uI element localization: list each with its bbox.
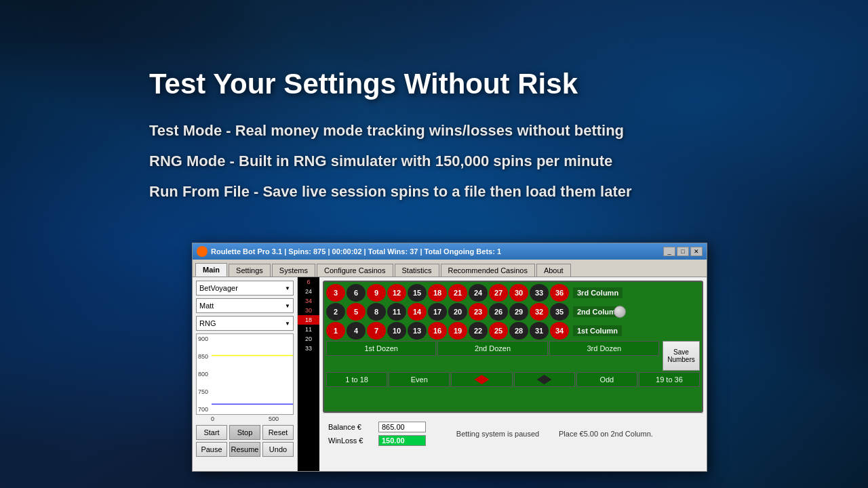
num-34[interactable]: 34: [550, 322, 569, 340]
tab-main[interactable]: Main: [195, 263, 227, 277]
num-29[interactable]: 29: [509, 303, 528, 321]
num-26[interactable]: 26: [489, 303, 508, 321]
num-3[interactable]: 3: [326, 284, 345, 302]
dozen-3[interactable]: 3rd Dozen: [549, 341, 659, 356]
num-36[interactable]: 36: [550, 284, 569, 302]
chart-x-0: 0: [211, 415, 214, 422]
num-13[interactable]: 13: [408, 322, 427, 340]
num-28[interactable]: 28: [509, 322, 528, 340]
roulette-table: 3 6 9 12 15 18 21 24 27 30 33 36 3rd Col…: [323, 281, 703, 413]
num-21[interactable]: 21: [448, 284, 467, 302]
num-31[interactable]: 31: [530, 322, 549, 340]
control-buttons-row1: Start Stop Reset: [196, 425, 294, 440]
bet-odd[interactable]: Odd: [576, 372, 637, 387]
strip-num-7: 20: [298, 334, 319, 344]
dozen-1[interactable]: 1st Dozen: [326, 341, 436, 356]
close-button[interactable]: ✕: [690, 247, 703, 256]
num-19[interactable]: 19: [448, 322, 467, 340]
num-23[interactable]: 23: [469, 303, 488, 321]
app-window: Roulette Bot Pro 3.1 | Spins: 875 | 00:0…: [192, 243, 707, 472]
save-numbers-button[interactable]: SaveNumbers: [663, 341, 700, 371]
num-2[interactable]: 2: [326, 303, 345, 321]
bet-1to18[interactable]: 1 to 18: [326, 372, 387, 387]
pause-button[interactable]: Pause: [196, 442, 227, 457]
num-11[interactable]: 11: [387, 303, 406, 321]
bet-even[interactable]: Even: [389, 372, 450, 387]
col2-label[interactable]: 2nd Colum: [573, 306, 620, 317]
balance-area: Balance € 865.00 WinLoss € 150.00: [328, 422, 437, 446]
balance-row: Balance € 865.00: [328, 422, 437, 432]
tab-recommended-casinos[interactable]: Recommended Casinos: [441, 264, 535, 277]
num-8[interactable]: 8: [367, 303, 386, 321]
num-24[interactable]: 24: [469, 284, 488, 302]
num-18[interactable]: 18: [428, 284, 447, 302]
bottom-bets-row: 1 to 18 Even Odd 19 to 36: [324, 372, 702, 387]
headline-area: Test Your Settings Without Risk Test Mod…: [149, 68, 678, 211]
num-25[interactable]: 25: [489, 322, 508, 340]
dozen-2[interactable]: 2nd Dozen: [437, 341, 547, 356]
numbers-row-2: 2 5 8 11 14 17 20 23 26 29 32 35 2nd Col…: [326, 303, 700, 321]
tab-systems[interactable]: Systems: [272, 264, 315, 277]
num-5[interactable]: 5: [347, 303, 366, 321]
tab-configure-casinos[interactable]: Configure Casinos: [317, 264, 393, 277]
bet-19to36[interactable]: 19 to 36: [639, 372, 700, 387]
chart-bottom: 0 500: [196, 415, 294, 422]
casino-dropdown[interactable]: BetVoyager ▼: [196, 281, 294, 296]
numbers-row-1: 1 4 7 10 13 16 19 22 25 28 31 34 1st Col…: [326, 322, 700, 340]
headline-item-1: Test Mode - Real money mode tracking win…: [149, 121, 678, 142]
minimize-button[interactable]: _: [663, 247, 675, 256]
chart-svg: [212, 334, 293, 414]
num-10[interactable]: 10: [387, 322, 406, 340]
casino-dropdown-value: BetVoyager: [199, 284, 238, 292]
red-diamond-icon: [474, 375, 489, 384]
num-1[interactable]: 1: [326, 322, 345, 340]
control-buttons-row2: Pause Resume Undo: [196, 442, 294, 457]
headline-item-2: RNG Mode - Built in RNG simulater with 1…: [149, 151, 678, 172]
num-9[interactable]: 9: [367, 284, 386, 302]
spin-indicator: [614, 306, 626, 318]
mode-dropdown[interactable]: RNG ▼: [196, 316, 294, 331]
tab-about[interactable]: About: [536, 264, 571, 277]
betting-status: Betting system is paused: [443, 430, 552, 438]
num-12[interactable]: 12: [387, 284, 406, 302]
mode-dropdown-value: RNG: [199, 319, 216, 327]
undo-button[interactable]: Undo: [262, 442, 294, 457]
maximize-button[interactable]: □: [677, 247, 689, 256]
bet-red[interactable]: [451, 372, 512, 387]
stop-button[interactable]: Stop: [229, 425, 260, 440]
num-16[interactable]: 16: [428, 322, 447, 340]
num-32[interactable]: 32: [530, 303, 549, 321]
num-20[interactable]: 20: [448, 303, 467, 321]
tab-statistics[interactable]: Statistics: [395, 264, 439, 277]
resume-button[interactable]: Resume: [229, 442, 260, 457]
start-button[interactable]: Start: [196, 425, 227, 440]
tab-bar: Main Settings Systems Configure Casinos …: [193, 260, 707, 277]
num-22[interactable]: 22: [469, 322, 488, 340]
num-6[interactable]: 6: [347, 284, 366, 302]
num-17[interactable]: 17: [428, 303, 447, 321]
num-35[interactable]: 35: [550, 303, 569, 321]
chart-area: 900 850 800 750 700: [196, 333, 294, 415]
num-14[interactable]: 14: [408, 303, 427, 321]
bet-black[interactable]: [514, 372, 575, 387]
chart-y-900: 900: [198, 336, 208, 342]
num-27[interactable]: 27: [489, 284, 508, 302]
col3-label[interactable]: 3rd Column: [573, 287, 623, 298]
black-diamond-icon: [537, 375, 552, 384]
num-33[interactable]: 33: [530, 284, 549, 302]
title-bar: Roulette Bot Pro 3.1 | Spins: 875 | 00:0…: [193, 243, 707, 260]
instruction-text: Place €5.00 on 2nd Column.: [559, 430, 698, 438]
num-30[interactable]: 30: [509, 284, 528, 302]
chart-y-700: 700: [198, 406, 208, 413]
tab-settings[interactable]: Settings: [229, 264, 271, 277]
mode-dropdown-arrow: ▼: [285, 321, 290, 327]
status-bar: Balance € 865.00 WinLoss € 150.00 Bettin…: [323, 413, 703, 453]
title-bar-text: Roulette Bot Pro 3.1 | Spins: 875 | 00:0…: [211, 247, 663, 256]
col1-label[interactable]: 1st Column: [573, 325, 622, 336]
num-7[interactable]: 7: [367, 322, 386, 340]
profile-dropdown[interactable]: Matt ▼: [196, 298, 294, 313]
reset-button[interactable]: Reset: [262, 425, 294, 440]
num-4[interactable]: 4: [347, 322, 366, 340]
num-15[interactable]: 15: [408, 284, 427, 302]
profile-dropdown-value: Matt: [199, 302, 214, 310]
